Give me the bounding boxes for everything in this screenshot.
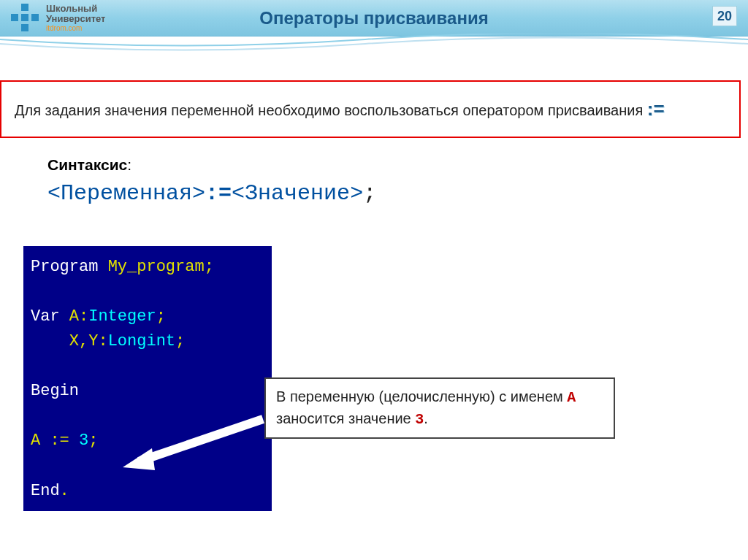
colon: : [79, 307, 88, 326]
callout-text-1: В переменную (целочисленную) с именем [276, 388, 567, 404]
assign-lhs: A [31, 431, 40, 450]
syntax-template: <Переменная>:=<Значение>; [47, 181, 748, 206]
definition-text: Для задания значения переменной необходи… [15, 102, 647, 118]
decl-a: A [69, 307, 79, 326]
syntax-label-text: Синтаксис [47, 156, 127, 173]
decl-xy: X,Y [69, 332, 99, 350]
kw-begin: Begin [31, 382, 79, 400]
kw-var: Var [31, 307, 60, 326]
page-title: Операторы присваивания [0, 8, 748, 28]
content: Для задания значения переменной необходи… [0, 37, 748, 511]
callout-var-a: A [567, 389, 576, 406]
assignment-operator-symbol: := [647, 98, 665, 120]
syntax-label: Синтаксис: [47, 156, 748, 174]
type-integer: Integer [88, 307, 156, 326]
syntax-semicolon: ; [363, 181, 376, 206]
assign-op: := [50, 431, 69, 450]
callout-text-3: . [424, 410, 428, 426]
syntax-label-colon: : [127, 156, 131, 173]
callout-val-3: 3 [415, 411, 424, 428]
program-name: My_program [108, 258, 205, 276]
code-block: Program My_program; Var A:Integer; X,Y:L… [23, 246, 272, 511]
header-divider [0, 34, 748, 55]
colon: : [98, 332, 107, 350]
callout-text-2: заносится значение [276, 410, 415, 426]
syntax-operator: := [205, 181, 232, 206]
kw-end: End [31, 482, 60, 500]
semi: ; [205, 258, 214, 276]
header: Школьный Университет itdrom.com Оператор… [0, 0, 748, 37]
syntax-value: Значение [245, 181, 350, 206]
semi: ; [156, 307, 166, 326]
syntax-variable: Переменная [61, 181, 192, 206]
dot: . [60, 482, 69, 500]
type-longint: Longint [108, 332, 175, 350]
assign-rhs: 3 [79, 431, 88, 450]
callout-box: В переменную (целочисленную) с именем A … [264, 377, 615, 439]
page-number: 20 [712, 6, 737, 26]
semi: ; [175, 332, 185, 350]
semi: ; [88, 431, 98, 450]
code-wrapper: Program My_program; Var A:Integer; X,Y:L… [0, 246, 748, 511]
definition-box: Для задания значения переменной необходи… [0, 80, 741, 138]
kw-program: Program [31, 258, 98, 276]
